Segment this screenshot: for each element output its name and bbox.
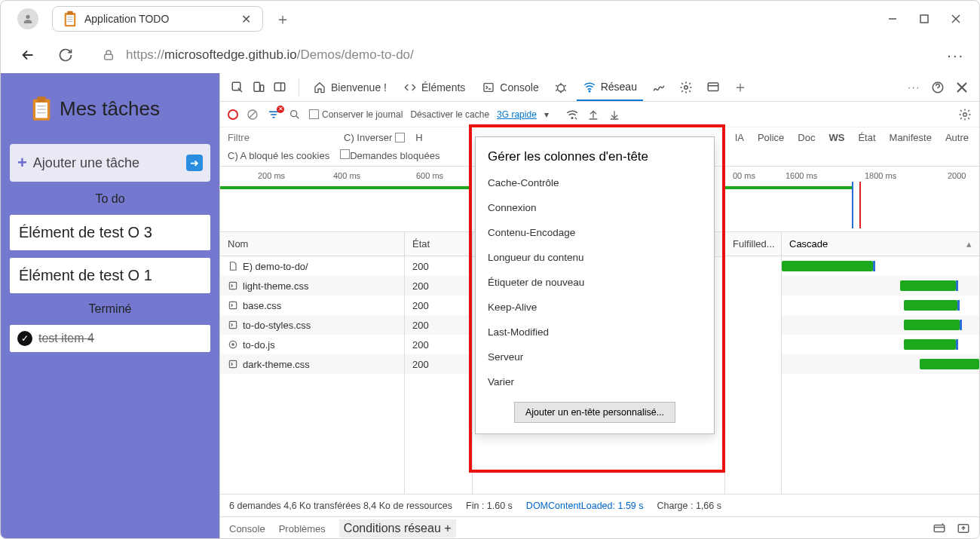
column-fulfilled: Fulfilled... [725, 232, 782, 494]
header-column-option[interactable]: Contenu-Encodage [476, 220, 714, 245]
svg-rect-13 [35, 103, 47, 118]
waterfall-cell [782, 315, 979, 335]
hide-data-checkbox[interactable]: H [415, 132, 422, 143]
minimize-button[interactable] [887, 14, 898, 24]
filter-type[interactable]: Police [755, 130, 787, 145]
file-icon [228, 300, 238, 311]
file-icon [228, 339, 238, 350]
header-column-option[interactable]: Keep-Alive [476, 295, 714, 320]
preserve-log-checkbox[interactable]: Conserver le journal [309, 109, 403, 120]
request-name-cell[interactable]: dark-theme.css [220, 354, 404, 374]
clear-icon[interactable] [246, 108, 259, 121]
refresh-button[interactable] [54, 43, 78, 67]
drawer-tab-console[interactable]: Console [229, 523, 265, 534]
close-window-button[interactable] [951, 14, 961, 24]
filter-input[interactable] [228, 132, 333, 143]
new-tab-button[interactable]: ＋ [275, 9, 290, 29]
url-field[interactable]: https://microsoftedge.github.io/Demos/de… [91, 43, 933, 67]
column-header-state[interactable]: État [405, 232, 472, 256]
record-button[interactable] [228, 109, 238, 120]
svg-rect-19 [254, 82, 260, 91]
disable-cache-label[interactable]: Désactiver le cache [410, 109, 489, 120]
svg-point-40 [963, 112, 967, 116]
tab-elements[interactable]: Éléments [397, 75, 471, 100]
filter-type[interactable]: Autre [942, 130, 972, 145]
lock-icon [102, 48, 115, 62]
device-icon[interactable] [252, 81, 265, 94]
manage-columns-popup: Gérer les colonnes d'en-tête Cache-Contr… [475, 136, 715, 434]
tab-welcome[interactable]: Bienvenue ! [307, 75, 393, 100]
drawer-issues-icon[interactable] [933, 522, 946, 535]
filter-type[interactable]: WS [825, 130, 847, 145]
filter-toggle-icon[interactable]: ✕ [267, 108, 280, 121]
blocked-requests-checkbox[interactable]: Demandes bloquées [340, 149, 439, 161]
done-task-text: test item 4 [38, 332, 94, 345]
svg-rect-23 [484, 83, 493, 91]
done-task[interactable]: ✓ test item 4 [10, 325, 210, 352]
filter-type[interactable]: Manifeste [887, 130, 935, 145]
bug-icon[interactable] [554, 81, 568, 94]
task-card[interactable]: Élément de test O 3 [10, 215, 210, 250]
page-title: Mes tâches [31, 96, 210, 121]
inspect-icon[interactable] [231, 81, 244, 94]
profile-avatar[interactable] [17, 8, 38, 29]
filter-type[interactable]: État [855, 130, 878, 145]
waterfall-cell [782, 276, 979, 296]
header-column-option[interactable]: Connexion [476, 195, 714, 220]
header-column-option[interactable]: Étiqueter de nouveau [476, 270, 714, 295]
browser-tab[interactable]: Application TODO ✕ [52, 6, 263, 32]
svg-rect-47 [934, 525, 945, 532]
status-finish: Fin : 1.60 s [466, 501, 513, 511]
wifi-settings-icon[interactable] [565, 108, 579, 121]
blocked-cookies-label[interactable]: C) A bloqué les cookies [228, 150, 329, 161]
task-card[interactable]: Élément de test O 1 [10, 258, 210, 293]
svg-point-45 [232, 344, 234, 345]
tab-console[interactable]: Console [476, 75, 544, 100]
tab-title: Application TODO [84, 13, 232, 25]
performance-icon[interactable] [652, 81, 666, 94]
column-header-fulfilled[interactable]: Fulfilled... [725, 232, 781, 256]
upload-icon[interactable] [586, 108, 600, 121]
back-button[interactable] [16, 43, 40, 67]
maximize-button[interactable] [919, 14, 929, 24]
search-icon[interactable] [288, 108, 302, 121]
drawer-expand-icon[interactable] [957, 522, 970, 535]
devtools-more-button[interactable]: ··· [908, 81, 920, 93]
resource-type-filters: IA Police Doc WS État Manifeste Autre [732, 130, 972, 145]
drawer-tab-problems[interactable]: Problèmes [279, 523, 326, 534]
request-name-cell[interactable]: E) demo-to-do/ [220, 256, 404, 276]
tab-close-button[interactable]: ✕ [240, 13, 252, 25]
request-name-cell[interactable]: to-do.js [220, 335, 404, 354]
header-column-option[interactable]: Longueur du contenu [476, 245, 714, 270]
add-task-box[interactable]: + Ajouter une tâche ➜ [10, 144, 210, 182]
request-name-cell[interactable]: light-theme.css [220, 276, 404, 296]
add-custom-header-button[interactable]: Ajouter un en-tête personnalisé... [514, 402, 675, 423]
dock-icon[interactable] [273, 81, 286, 94]
svg-rect-8 [920, 15, 928, 23]
column-header-waterfall[interactable]: Cascade▴ [782, 232, 979, 256]
drawer-tab-network-conditions[interactable]: Conditions réseau + [339, 519, 456, 537]
network-settings-icon[interactable] [958, 108, 972, 121]
throttle-select[interactable]: 3G rapide [497, 109, 537, 120]
header-column-option[interactable]: Cache-Contrôle [476, 170, 714, 195]
tab-network[interactable]: Réseau [577, 74, 643, 101]
application-icon[interactable] [706, 81, 720, 94]
submit-button[interactable]: ➜ [186, 155, 203, 171]
request-name-cell[interactable]: base.css [220, 296, 404, 315]
browser-menu-button[interactable]: ··· [947, 47, 964, 64]
header-column-option[interactable]: Serveur [476, 345, 714, 369]
wifi-icon [583, 80, 596, 93]
column-header-name[interactable]: Nom [220, 232, 404, 256]
filter-type[interactable]: Doc [795, 130, 818, 145]
invert-checkbox[interactable]: C) Inverser [344, 132, 405, 143]
gear-icon[interactable] [679, 81, 693, 94]
request-name-cell[interactable]: to-do-styles.css [220, 315, 404, 335]
devtools-close-button[interactable] [955, 81, 969, 94]
download-icon[interactable] [608, 108, 621, 121]
chevron-down-icon[interactable]: ▾ [544, 109, 549, 120]
filter-type[interactable]: IA [732, 130, 747, 145]
plus-icon[interactable]: ＋ [733, 81, 747, 94]
help-icon[interactable] [931, 81, 945, 94]
header-column-option[interactable]: Last-Modified [476, 320, 714, 345]
header-column-option[interactable]: Varier [476, 369, 714, 394]
